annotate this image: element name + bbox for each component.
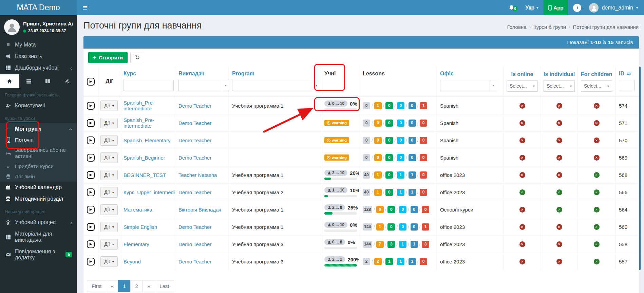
sidebar-item-changelog[interactable]: Лог змін xyxy=(0,171,77,182)
row-actions-button[interactable]: Дії▾ xyxy=(100,222,118,232)
column-teacher-sort[interactable]: Викладач xyxy=(178,71,205,77)
is-individual-filter-select[interactable]: Select...▾ xyxy=(544,80,575,92)
row-actions-button[interactable]: Дії▾ xyxy=(100,118,118,128)
column-id-sort[interactable]: ID xyxy=(619,71,631,77)
table-scrollbar[interactable] xyxy=(639,67,641,270)
language-dropdown[interactable]: Укр ▾ xyxy=(520,5,544,11)
pagination-first[interactable]: First xyxy=(87,280,106,292)
expand-row-button[interactable]: ▶ xyxy=(87,240,95,248)
sidebar-item-messages[interactable]: Повідомлення з додатку 5 xyxy=(0,246,77,263)
expand-row-button[interactable]: ▶ xyxy=(87,258,95,265)
row-actions-button[interactable]: Дії▾ xyxy=(100,256,118,267)
expand-row-button[interactable]: ▶ xyxy=(87,154,95,162)
teacher-link[interactable]: Demo Teacher xyxy=(178,189,211,195)
pagination-prev[interactable]: « xyxy=(106,280,118,292)
teacher-filter-select[interactable]: ▾ xyxy=(178,80,229,91)
column-for-children-sort[interactable]: For children xyxy=(581,71,612,77)
notifications-count-badge: 0 xyxy=(513,6,518,11)
gears-icon xyxy=(64,79,70,84)
teacher-link[interactable]: Demo Teacher xyxy=(178,138,211,143)
row-actions-button[interactable]: Дії▾ xyxy=(100,204,118,215)
sidebar-item-current-groups[interactable]: Поточні xyxy=(0,135,77,145)
row-actions-button[interactable]: Дії▾ xyxy=(100,239,118,250)
office-filter-select[interactable]: ▾ xyxy=(440,80,497,91)
teacher-link[interactable]: Teacher Natasha xyxy=(178,172,217,178)
sidebar-item-knowledge-base[interactable]: База знать xyxy=(0,51,77,62)
sidebar-item-materials[interactable]: Матеріали для викладача xyxy=(0,228,77,246)
is-online-filter-select[interactable]: Select...▾ xyxy=(507,80,538,92)
info-button[interactable]: i xyxy=(568,4,586,12)
teacher-link[interactable]: Demo Teacher xyxy=(178,120,211,126)
sidebar-item-my-groups[interactable]: ≡ Мої групи ‹ xyxy=(0,123,77,135)
column-course-sort[interactable]: Курс xyxy=(124,71,136,77)
course-link[interactable]: Elementary xyxy=(124,241,149,247)
user-menu[interactable]: demo_admin ▾ xyxy=(586,3,644,13)
course-link[interactable]: Beyond xyxy=(124,259,141,264)
row-actions-button[interactable]: Дії▾ xyxy=(100,187,118,198)
sidebar-item-buy-courses[interactable]: » Придбати курси xyxy=(0,161,77,171)
lessons-badge-cyan: 1 xyxy=(397,258,404,265)
refresh-button[interactable]: ↻ xyxy=(130,52,144,63)
sidebar-item-dashboards[interactable]: Дашборди учбові ‹ xyxy=(0,62,77,74)
tab-settings[interactable] xyxy=(58,74,77,88)
course-link[interactable]: Spanish_Pre-intermediate xyxy=(124,100,175,111)
teacher-link[interactable]: Demo Teacher xyxy=(178,155,211,161)
course-link[interactable]: Spanish_Pre-intermediate xyxy=(124,117,175,129)
app-button[interactable]: App xyxy=(544,0,568,15)
expand-row-button[interactable]: ▶ xyxy=(87,223,95,231)
teacher-link[interactable]: Demo Teacher xyxy=(178,224,211,230)
expand-row-button[interactable]: ▶ xyxy=(87,206,95,214)
pagination-last[interactable]: Last xyxy=(155,280,174,292)
sidebar-item-users[interactable]: Користувачі xyxy=(0,100,77,111)
sidebar-item-finished-groups[interactable]: Завершились або не активні xyxy=(0,145,77,161)
create-button[interactable]: + Створити xyxy=(88,52,128,63)
tab-lists[interactable] xyxy=(19,74,39,88)
notifications-button[interactable]: 0 xyxy=(503,5,520,11)
teacher-link[interactable]: Demo Teacher xyxy=(178,103,211,109)
course-link[interactable]: Курс_Upper_intermediate xyxy=(124,189,175,195)
students-stats: 0...8 0% xyxy=(324,239,359,249)
pagination-page-1[interactable]: 1 xyxy=(118,280,131,292)
id-filter-input[interactable] xyxy=(619,80,634,91)
pagination-next[interactable]: » xyxy=(143,280,155,292)
course-link[interactable]: Spanish_Beginner xyxy=(124,155,165,161)
course-link[interactable]: Spanish_Elementary xyxy=(124,138,170,143)
teacher-link[interactable]: Demo Teacher xyxy=(178,241,211,247)
column-office-sort[interactable]: Офіс xyxy=(440,71,454,77)
program-filter-select[interactable]: ▾ xyxy=(232,80,320,91)
expand-row-button[interactable]: ▶ xyxy=(87,171,95,179)
column-is-online-sort[interactable]: Is online xyxy=(511,71,533,77)
breadcrumb-home[interactable]: Головна xyxy=(507,24,527,30)
is-online-status-icon xyxy=(519,155,525,161)
teacher-link[interactable]: Demo Teacher xyxy=(178,259,211,264)
row-actions-button[interactable]: Дії▾ xyxy=(100,100,118,111)
for-children-filter-select[interactable]: Select...▾ xyxy=(581,80,612,92)
course-link[interactable]: Математика xyxy=(124,207,152,213)
row-actions-button[interactable]: Дії▾ xyxy=(100,152,118,163)
pagination-page-2[interactable]: 2 xyxy=(130,280,143,292)
course-link[interactable]: BEGINNER_TEST xyxy=(124,172,166,178)
teacher-link[interactable]: Вікторія Викладач xyxy=(178,207,221,213)
sidebar-item-methodics[interactable]: Методичний розділ xyxy=(0,193,77,205)
column-is-individual-sort[interactable]: Is individual xyxy=(544,71,575,77)
breadcrumb-courses[interactable]: Курси & групи xyxy=(533,24,566,30)
expand-row-button[interactable]: ▶ xyxy=(87,136,95,144)
expand-row-button[interactable]: ▶ xyxy=(87,102,95,110)
app-logo[interactable]: MATA Demo xyxy=(0,0,77,15)
course-link[interactable]: Simple English xyxy=(124,224,157,230)
course-filter-input[interactable] xyxy=(124,80,174,91)
sidebar-item-process[interactable]: Учбовий процес ‹ xyxy=(0,217,77,228)
expand-row-button[interactable]: ▶ xyxy=(87,119,95,127)
sidebar-item-my-mata[interactable]: ≡ My Mata xyxy=(0,39,77,51)
progress-percent: 25% xyxy=(347,205,358,210)
sidebar-item-calendar[interactable]: Учбовий календар xyxy=(0,182,77,193)
tab-library[interactable] xyxy=(38,74,58,88)
column-program-sort[interactable]: Program xyxy=(232,71,254,77)
row-actions-button[interactable]: Дії▾ xyxy=(100,170,118,180)
sidebar-toggle-button[interactable]: ≡ xyxy=(77,0,94,15)
expand-all-button[interactable]: ▶ xyxy=(87,78,95,86)
row-actions-button[interactable]: Дії▾ xyxy=(100,135,118,146)
is-individual-status-icon xyxy=(556,207,562,213)
expand-row-button[interactable]: ▶ xyxy=(87,188,95,196)
tab-home[interactable] xyxy=(0,74,19,88)
